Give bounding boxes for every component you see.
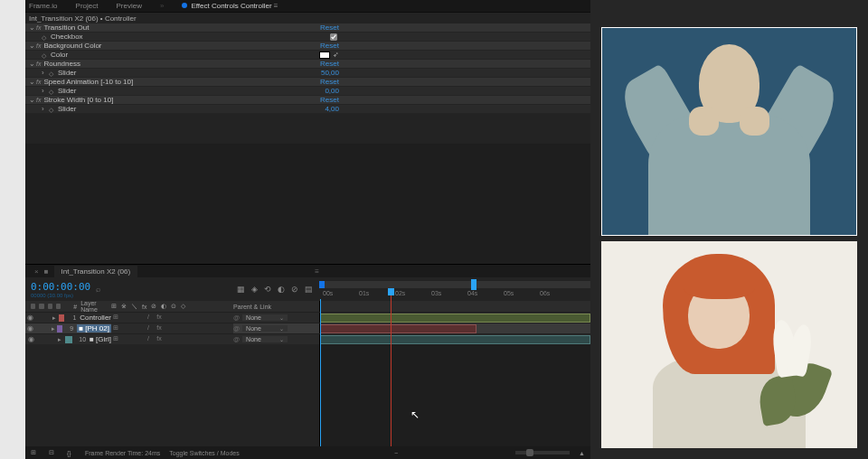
layer-name[interactable]: ■ [PH 02] <box>77 324 111 333</box>
layer-bar[interactable] <box>320 324 476 333</box>
reset-link[interactable]: Reset <box>320 96 339 104</box>
ec-group-transition-out[interactable]: ⌄ fx Transition Out Reset <box>25 23 590 33</box>
label-color-chip[interactable] <box>65 336 72 343</box>
reset-link[interactable]: Reset <box>320 78 339 86</box>
graph-editor-icon[interactable]: ▤ <box>303 284 314 295</box>
switch[interactable] <box>165 335 175 344</box>
switch[interactable]: fx <box>155 314 164 323</box>
toggle-icon[interactable]: {} <box>67 450 76 456</box>
playhead-handle-icon[interactable] <box>388 288 394 295</box>
caret-right-icon[interactable]: › <box>42 69 49 77</box>
comp-flow-icon[interactable]: ■ <box>44 267 49 276</box>
pickwhip-icon[interactable]: @ <box>233 314 240 321</box>
slider-value[interactable]: 0,00 <box>325 87 339 95</box>
ec-group-speed[interactable]: ⌄ fx Speed Animation [-10 to 10] Reset <box>25 78 590 87</box>
ec-prop-color[interactable]: Color ➶ <box>25 51 590 60</box>
switch[interactable] <box>133 314 142 323</box>
layer-row-girl[interactable]: ◉ ▸ 10 ■ [Girl] ⊞/fx @None⌄ <box>25 333 590 344</box>
tab-project[interactable]: Project <box>76 2 99 10</box>
parent-dropdown[interactable]: None⌄ <box>242 336 288 342</box>
switch[interactable] <box>133 335 142 344</box>
ec-prop-stroke-slider[interactable]: › Slider 4,00 <box>25 105 590 114</box>
switch[interactable]: / <box>144 335 153 344</box>
caret-right-icon[interactable]: › <box>42 87 49 95</box>
stopwatch-icon[interactable] <box>42 52 48 58</box>
visibility-icon[interactable]: ◉ <box>27 314 34 322</box>
pickwhip-icon[interactable]: @ <box>233 336 240 342</box>
toggle-icon[interactable]: ⊞ <box>31 449 40 456</box>
zoom-out-icon[interactable]: − <box>394 450 398 456</box>
slider-value[interactable]: 4,00 <box>325 105 339 113</box>
ec-group-background-color[interactable]: ⌄ fx Background Color Reset <box>25 42 590 51</box>
stopwatch-icon[interactable] <box>49 88 55 94</box>
parent-dropdown[interactable]: None⌄ <box>242 325 288 332</box>
shy-icon[interactable]: ⟲ <box>262 284 273 295</box>
caret-right-icon[interactable]: › <box>42 105 49 113</box>
motion-blur-icon[interactable]: ⊘ <box>289 284 300 295</box>
playhead[interactable] <box>391 288 392 446</box>
ec-prop-speed-slider[interactable]: › Slider 0,00 <box>25 87 590 96</box>
tab-menu-icon[interactable]: ≡ <box>315 267 319 276</box>
search-icon[interactable]: ⌕ <box>96 285 100 294</box>
switch[interactable] <box>176 335 185 344</box>
caret-right-icon[interactable]: ▸ <box>52 314 57 322</box>
switch[interactable] <box>187 324 196 333</box>
toggle-icon[interactable]: ⊟ <box>49 449 58 456</box>
layer-row-ph02[interactable]: ◉ ▸ 9 ■ [PH 02] ⊞/fx @None⌄ <box>25 323 590 333</box>
layer-name[interactable]: Controller <box>80 314 111 322</box>
layer-row-controller[interactable]: ◉ ▸ 1 Controller ⊞/fx @None⌄ <box>25 312 590 323</box>
label-color-chip[interactable] <box>59 314 64 322</box>
tab-preview[interactable]: Preview <box>116 2 141 10</box>
switch[interactable] <box>165 314 175 323</box>
tab-menu-icon[interactable]: ≡ <box>274 2 278 10</box>
switch[interactable]: fx <box>155 324 164 333</box>
switch[interactable]: ⊞ <box>111 324 120 333</box>
pickwhip-icon[interactable]: @ <box>233 325 240 332</box>
ec-group-roundness[interactable]: ⌄ fx Roundness Reset <box>25 60 590 69</box>
time-ruler[interactable]: 00s 01s 02s 03s 04s 05s 06s <box>319 277 590 301</box>
color-swatch[interactable] <box>319 52 330 59</box>
timeline-track-area[interactable]: ↖ <box>319 344 590 446</box>
work-area-end[interactable] <box>471 279 476 290</box>
caret-right-icon[interactable]: ▸ <box>58 336 63 343</box>
stopwatch-icon[interactable] <box>49 70 55 76</box>
layer-bar[interactable] <box>320 314 590 323</box>
label-color-chip[interactable] <box>57 325 62 333</box>
zoom-in-icon[interactable]: ▲ <box>579 450 585 456</box>
ec-prop-roundness-slider[interactable]: › Slider 50,00 <box>25 69 590 78</box>
layer-name[interactable]: ■ [Girl] <box>90 335 111 343</box>
switch[interactable] <box>176 314 185 323</box>
switch[interactable]: / <box>144 324 153 333</box>
switch[interactable] <box>165 324 175 333</box>
color-value[interactable]: ➶ <box>319 51 339 59</box>
visibility-icon[interactable]: ◉ <box>27 335 35 343</box>
tab-frameio[interactable]: Frame.io <box>29 2 58 10</box>
stopwatch-icon[interactable] <box>42 33 48 40</box>
reset-link[interactable]: Reset <box>320 60 339 68</box>
toggle-switches-button[interactable]: Toggle Switches / Modes <box>169 450 239 456</box>
frame-blend-icon[interactable]: ◐ <box>276 284 287 295</box>
timecode[interactable]: 0:00:00:00 <box>31 281 90 293</box>
comp-mini-icon[interactable]: ▦ <box>235 284 246 295</box>
parent-dropdown[interactable]: None⌄ <box>242 314 288 321</box>
ec-prop-checkbox[interactable]: Checkbox <box>25 33 590 42</box>
close-icon[interactable]: × <box>34 267 39 276</box>
switch[interactable] <box>122 324 131 333</box>
reset-link[interactable]: Reset <box>320 42 339 50</box>
layer-bar[interactable] <box>320 335 590 344</box>
ec-group-stroke[interactable]: ⌄ fx Stroke Width [0 to 10] Reset <box>25 96 590 105</box>
switch[interactable]: / <box>144 314 153 323</box>
eyedropper-icon[interactable]: ➶ <box>333 51 339 59</box>
switch[interactable]: fx <box>155 335 164 344</box>
zoom-knob[interactable] <box>526 449 533 456</box>
slider-value[interactable]: 50,00 <box>321 69 339 77</box>
reset-link[interactable]: Reset <box>320 23 339 32</box>
tab-effect-controls[interactable]: Effect Controls Controller ≡ <box>182 2 278 10</box>
zoom-slider[interactable] <box>515 451 570 454</box>
checkbox-input[interactable] <box>330 33 337 41</box>
stopwatch-icon[interactable] <box>49 106 55 112</box>
comp-tab[interactable]: Int_Transition X2 (06) <box>54 266 138 277</box>
visibility-icon[interactable]: ◉ <box>27 324 33 333</box>
switch[interactable] <box>133 324 142 333</box>
switch[interactable] <box>176 324 185 333</box>
